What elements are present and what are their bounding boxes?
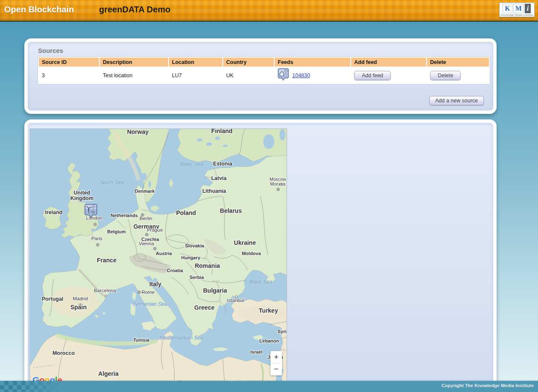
cell-add-feed: Add feed — [351, 67, 426, 83]
map-label-belgium: Belgium — [107, 229, 126, 234]
map-label-latvia: Latvia — [211, 175, 227, 181]
kmi-logo[interactable]: K M i Knowledge Media Institute — [499, 3, 535, 17]
map-label-istanbul: Istanbul — [227, 298, 244, 303]
map-label-united: United — [74, 190, 90, 196]
sources-panel-title: Sources — [38, 47, 493, 54]
app-title: Open Blockchain — [4, 5, 74, 15]
map-label-austria: Austria — [156, 251, 172, 256]
map-label-estonia: Estonia — [213, 161, 233, 167]
map-label-berlin: Berlin — [140, 216, 152, 221]
zoom-in-button[interactable]: + — [270, 351, 282, 363]
map-label-belarus: Belarus — [220, 207, 242, 214]
map-panel: North Sea Baltic Sea Black Sea Tyrrhenia… — [24, 119, 497, 392]
map-label-romania: Romania — [195, 262, 220, 269]
map-label-norway: Norway — [127, 129, 149, 135]
map-label-croatia: Croatia — [167, 268, 183, 273]
map-label-turkey: Turkey — [259, 307, 278, 314]
kmi-letter-i: i — [525, 4, 531, 13]
map-label-london: London — [86, 215, 102, 221]
map-label-hungary: Hungary — [181, 255, 201, 260]
map[interactable]: North Sea Baltic Sea Black Sea Tyrrhenia… — [29, 128, 287, 382]
map-label-poland: Poland — [176, 209, 196, 216]
cell-feeds: 104830 — [275, 67, 350, 83]
cell-location: LU7 — [169, 67, 222, 83]
sources-table-header-row: Source ID Description Location Country F… — [39, 58, 489, 67]
page-title: greenDATA Demo — [99, 5, 170, 15]
map-label-moldova: Moldova — [242, 251, 261, 256]
kmi-letter-m: M — [513, 4, 524, 13]
map-label-lebanon: Lebanon — [259, 338, 279, 343]
map-label-portugal: Portugal — [42, 296, 64, 302]
map-canvas: North Sea Baltic Sea Black Sea Tyrrhenia… — [30, 129, 287, 381]
footer-bar: Copyright The Knowledge Media Institute — [0, 381, 538, 392]
feed-link[interactable]: 104830 — [292, 73, 310, 78]
map-label-france: France — [97, 257, 116, 264]
map-label-madrid: Madrid — [73, 296, 87, 301]
map-label-tyrrhenian-sea: Tyrrhenian Sea — [132, 301, 167, 307]
map-label-italy: Italy — [149, 281, 161, 287]
map-label-denmark: Denmark — [134, 189, 155, 194]
col-location: Location — [169, 58, 222, 67]
map-label-vienna: Vienna — [139, 241, 154, 246]
add-new-source-button[interactable]: Add a new source — [429, 96, 484, 105]
zoom-out-button[interactable]: − — [270, 363, 282, 375]
cell-source-id: 3 — [39, 67, 99, 83]
map-label-bulgaria: Bulgaria — [203, 287, 227, 294]
map-label-spain: Spain — [70, 304, 87, 311]
cell-country: UK — [223, 67, 274, 83]
map-label-ukraine: Ukraine — [234, 239, 256, 246]
map-label-slovakia: Slovakia — [185, 243, 205, 248]
map-label-algeria: Algeria — [98, 370, 119, 377]
footer-checker-fade — [0, 381, 64, 392]
map-label-north-sea: North Sea — [101, 180, 124, 186]
map-label-rome: Rome — [142, 290, 155, 295]
kmi-caption: Knowledge Media Institute — [501, 14, 533, 16]
col-add-feed: Add feed — [351, 58, 426, 67]
map-label-israel: Israel — [250, 349, 263, 354]
map-label-black-sea: Black Sea — [249, 279, 272, 285]
sources-panel: Sources Source ID Description Location C… — [24, 38, 497, 114]
col-country: Country — [223, 58, 274, 67]
map-label-ireland: Ireland — [45, 209, 63, 215]
map-label-moscow-ru: Москва — [270, 181, 285, 186]
col-delete: Delete — [427, 58, 489, 67]
map-zoom-control: + − — [270, 351, 282, 375]
kmi-logo-letters: K M i — [501, 4, 533, 13]
map-label-tunisia: Tunisia — [133, 337, 150, 343]
map-label-netherlands: Netherlands — [111, 213, 138, 218]
feed-marker-icon[interactable] — [278, 68, 289, 82]
map-label-mediterranean-sea: Mediterranean Sea — [160, 335, 203, 341]
source-row: 3 Test location LU7 UK — [39, 67, 489, 83]
kmi-letter-k: K — [503, 4, 512, 13]
map-label-barcelona: Barcelona — [94, 288, 116, 293]
sources-table: Source ID Description Location Country F… — [38, 56, 490, 84]
footer-copyright: Copyright The Knowledge Media Institute — [442, 383, 534, 388]
add-feed-button[interactable]: Add feed — [354, 71, 391, 80]
col-source-id: Source ID — [39, 58, 99, 67]
map-label-prague: Prague — [147, 227, 163, 232]
header-bar: Open Blockchain greenDATA Demo K M i Kno… — [0, 0, 538, 21]
map-label-baltic-sea: Baltic Sea — [180, 161, 203, 167]
cell-delete: Delete — [427, 67, 489, 83]
map-label-morocco: Morocco — [52, 350, 75, 356]
map-label-kingdom: Kingdom — [70, 195, 93, 201]
delete-button[interactable]: Delete — [430, 71, 461, 80]
map-label-serbia: Serbia — [189, 275, 204, 280]
col-feeds: Feeds — [275, 58, 350, 67]
map-label-greece: Greece — [194, 304, 215, 311]
map-label-syria: Syria — [278, 329, 287, 334]
cell-description: Test location — [100, 67, 168, 83]
map-label-lithuania: Lithuania — [202, 188, 227, 194]
col-description: Description — [100, 58, 168, 67]
map-label-paris: Paris — [91, 236, 102, 241]
map-label-finland: Finland — [211, 129, 233, 134]
